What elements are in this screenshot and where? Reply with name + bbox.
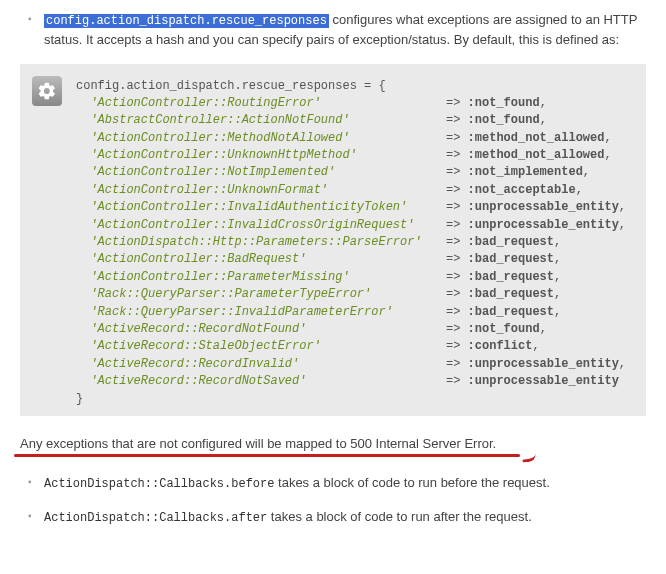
callbacks-list: ActionDispatch::Callbacks.before takes a… bbox=[20, 473, 646, 527]
trailing-comma: , bbox=[619, 357, 626, 371]
trailing-comma: , bbox=[619, 200, 626, 214]
gear-icon bbox=[32, 76, 62, 106]
trailing-comma: , bbox=[554, 270, 561, 284]
fallback-note-text: Any exceptions that are not configured w… bbox=[20, 436, 496, 451]
arrow: => bbox=[446, 96, 468, 110]
red-underline-icon bbox=[14, 454, 520, 457]
code-mapping-row: 'ActionController::UnknownFormat'=> :not… bbox=[76, 182, 626, 199]
status-symbol: :conflict bbox=[468, 339, 533, 353]
exception-name: 'ActionController::InvalidAuthenticityTo… bbox=[76, 200, 407, 214]
arrow: => bbox=[446, 270, 468, 284]
status-symbol: :not_found bbox=[468, 96, 540, 110]
code-mapping-row: 'AbstractController::ActionNotFound'=> :… bbox=[76, 112, 626, 129]
config-intro-item: config.action_dispatch.rescue_responses … bbox=[20, 10, 646, 50]
status-symbol: :method_not_allowed bbox=[468, 148, 605, 162]
trailing-comma: , bbox=[604, 131, 611, 145]
status-symbol: :bad_request bbox=[468, 252, 554, 266]
exception-name: 'Rack::QueryParser::ParameterTypeError' bbox=[76, 287, 371, 301]
arrow: => bbox=[446, 183, 468, 197]
status-symbol: :unprocessable_entity bbox=[468, 357, 619, 371]
callback-item: ActionDispatch::Callbacks.after takes a … bbox=[20, 507, 646, 527]
exception-name: 'ActionController::NotImplemented' bbox=[76, 165, 335, 179]
code-content: config.action_dispatch.rescue_responses … bbox=[76, 78, 626, 408]
code-mappings: 'ActionController::RoutingError'=> :not_… bbox=[76, 95, 626, 391]
code-mapping-row: 'ActiveRecord::RecordNotSaved'=> :unproc… bbox=[76, 373, 626, 390]
trailing-comma: , bbox=[576, 183, 583, 197]
trailing-comma: , bbox=[583, 165, 590, 179]
trailing-comma: , bbox=[554, 235, 561, 249]
fallback-note: Any exceptions that are not configured w… bbox=[20, 434, 646, 454]
code-mapping-row: 'ActionController::RoutingError'=> :not_… bbox=[76, 95, 626, 112]
exception-name: 'ActionDispatch::Http::Parameters::Parse… bbox=[76, 235, 422, 249]
status-symbol: :not_found bbox=[468, 322, 540, 336]
arrow: => bbox=[446, 339, 468, 353]
code-mapping-row: 'ActionController::MethodNotAllowed'=> :… bbox=[76, 130, 626, 147]
arrow: => bbox=[446, 200, 468, 214]
exception-name: 'ActiveRecord::RecordNotFound' bbox=[76, 322, 306, 336]
status-symbol: :not_found bbox=[468, 113, 540, 127]
status-symbol: :unprocessable_entity bbox=[468, 374, 619, 388]
code-mapping-row: 'ActionController::NotImplemented'=> :no… bbox=[76, 164, 626, 181]
trailing-comma: , bbox=[604, 148, 611, 162]
callback-code: ActionDispatch::Callbacks.after bbox=[44, 511, 267, 525]
trailing-comma: , bbox=[540, 113, 547, 127]
status-symbol: :not_acceptable bbox=[468, 183, 576, 197]
callback-desc: takes a block of code to run after the r… bbox=[267, 509, 532, 524]
arrow: => bbox=[446, 357, 468, 371]
trailing-comma: , bbox=[554, 305, 561, 319]
trailing-comma: , bbox=[540, 96, 547, 110]
exception-name: 'ActionController::ParameterMissing' bbox=[76, 270, 350, 284]
exception-name: 'ActiveRecord::RecordNotSaved' bbox=[76, 374, 306, 388]
arrow: => bbox=[446, 322, 468, 336]
code-header-line: config.action_dispatch.rescue_responses … bbox=[76, 78, 626, 95]
status-symbol: :unprocessable_entity bbox=[468, 200, 619, 214]
config-key-highlight: config.action_dispatch.rescue_responses bbox=[44, 14, 329, 28]
exception-name: 'AbstractController::ActionNotFound' bbox=[76, 113, 350, 127]
code-mapping-row: 'Rack::QueryParser::ParameterTypeError'=… bbox=[76, 286, 626, 303]
arrow: => bbox=[446, 113, 468, 127]
status-symbol: :bad_request bbox=[468, 305, 554, 319]
trailing-comma: , bbox=[619, 218, 626, 232]
exception-name: 'ActionController::RoutingError' bbox=[76, 96, 321, 110]
code-block: config.action_dispatch.rescue_responses … bbox=[20, 64, 646, 416]
code-mapping-row: 'Rack::QueryParser::InvalidParameterErro… bbox=[76, 304, 626, 321]
code-mapping-row: 'ActionController::ParameterMissing'=> :… bbox=[76, 269, 626, 286]
status-symbol: :bad_request bbox=[468, 235, 554, 249]
trailing-comma: , bbox=[540, 322, 547, 336]
callback-desc: takes a block of code to run before the … bbox=[274, 475, 549, 490]
exception-name: 'ActionController::InvalidCrossOriginReq… bbox=[76, 218, 414, 232]
trailing-comma: , bbox=[532, 339, 539, 353]
arrow: => bbox=[446, 287, 468, 301]
arrow: => bbox=[446, 165, 468, 179]
exception-name: 'ActionController::UnknownFormat' bbox=[76, 183, 328, 197]
arrow: => bbox=[446, 235, 468, 249]
trailing-comma: , bbox=[554, 287, 561, 301]
arrow: => bbox=[446, 218, 468, 232]
arrow: => bbox=[446, 374, 468, 388]
code-mapping-row: 'ActionController::BadRequest'=> :bad_re… bbox=[76, 251, 626, 268]
code-footer-line: } bbox=[76, 391, 626, 408]
status-symbol: :method_not_allowed bbox=[468, 131, 605, 145]
callback-item: ActionDispatch::Callbacks.before takes a… bbox=[20, 473, 646, 493]
exception-name: 'ActionController::BadRequest' bbox=[76, 252, 306, 266]
code-mapping-row: 'ActionController::InvalidCrossOriginReq… bbox=[76, 217, 626, 234]
code-mapping-row: 'ActionDispatch::Http::Parameters::Parse… bbox=[76, 234, 626, 251]
code-mapping-row: 'ActionController::InvalidAuthenticityTo… bbox=[76, 199, 626, 216]
code-mapping-row: 'ActiveRecord::RecordInvalid'=> :unproce… bbox=[76, 356, 626, 373]
exception-name: 'Rack::QueryParser::InvalidParameterErro… bbox=[76, 305, 393, 319]
arrow: => bbox=[446, 305, 468, 319]
code-mapping-row: 'ActiveRecord::StaleObjectError'=> :conf… bbox=[76, 338, 626, 355]
arrow: => bbox=[446, 148, 468, 162]
status-symbol: :bad_request bbox=[468, 270, 554, 284]
arrow: => bbox=[446, 131, 468, 145]
status-symbol: :not_implemented bbox=[468, 165, 583, 179]
exception-name: 'ActionController::MethodNotAllowed' bbox=[76, 131, 350, 145]
exception-name: 'ActiveRecord::StaleObjectError' bbox=[76, 339, 321, 353]
arrow: => bbox=[446, 252, 468, 266]
exception-name: 'ActiveRecord::RecordInvalid' bbox=[76, 357, 299, 371]
code-mapping-row: 'ActionController::UnknownHttpMethod'=> … bbox=[76, 147, 626, 164]
status-symbol: :unprocessable_entity bbox=[468, 218, 619, 232]
trailing-comma: , bbox=[554, 252, 561, 266]
status-symbol: :bad_request bbox=[468, 287, 554, 301]
exception-name: 'ActionController::UnknownHttpMethod' bbox=[76, 148, 357, 162]
